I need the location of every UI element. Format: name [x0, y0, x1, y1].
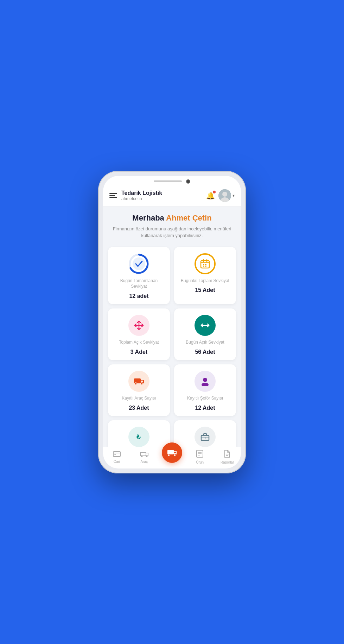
- nav-cari[interactable]: Cari: [107, 451, 126, 464]
- card-value-sofor-sayisi: 12 Adet: [195, 405, 215, 411]
- svg-rect-10: [205, 264, 206, 265]
- welcome-section: Merhaba Ahmet Çetin Firmanızın özet duru…: [108, 213, 236, 239]
- raporlar-icon: [224, 450, 230, 459]
- app-title: Tedarik Lojistik: [121, 190, 202, 196]
- card-icon-lira: ₺: [128, 427, 149, 447]
- svg-rect-12: [205, 266, 206, 267]
- card-value-bugun-tamamlanan: 12 adet: [129, 293, 148, 299]
- svg-point-38: [174, 454, 176, 456]
- svg-rect-27: [113, 452, 120, 457]
- svg-rect-11: [203, 266, 204, 267]
- svg-rect-9: [203, 264, 204, 265]
- notification-bell[interactable]: 🔔: [206, 191, 215, 200]
- card-bugun-tamamlanan[interactable]: Bugün Tamamlanan Sevkiyat 12 adet: [108, 247, 170, 305]
- urun-icon: [196, 450, 203, 459]
- header-title-block: Tedarik Lojistik ahmetcetin: [121, 190, 202, 201]
- nav-arac[interactable]: Araç: [134, 451, 154, 464]
- card-icon-calendar: [195, 253, 216, 274]
- arac-icon: [140, 451, 148, 459]
- nav-raporlar[interactable]: Raporlar: [218, 450, 237, 464]
- card-value-bugun-acik: 56 Adet: [195, 349, 215, 355]
- svg-rect-34: [167, 450, 174, 454]
- card-briefcase[interactable]: [174, 420, 236, 447]
- svg-point-1: [222, 192, 227, 197]
- svg-rect-36: [174, 452, 176, 453]
- welcome-description: Firmanızın özet durumunu aşağıdan incele…: [108, 225, 236, 239]
- card-label-bugunlu-toplam: Bugünkü Toplam Sevkiyat: [181, 278, 229, 284]
- cari-icon: [113, 451, 121, 459]
- svg-point-19: [135, 383, 137, 385]
- nav-urun[interactable]: Ürün: [190, 450, 210, 464]
- notch-pill: [154, 180, 182, 182]
- cards-grid-row1: Bugün Tamamlanan Sevkiyat 12 adet: [108, 247, 236, 305]
- card-arac-sayisi[interactable]: Kayıtlı Araç Sayısı 23 Adet: [108, 364, 170, 416]
- menu-button[interactable]: [109, 193, 117, 198]
- card-value-arac-sayisi: 23 Adet: [129, 405, 149, 411]
- notification-dot: [213, 191, 216, 193]
- svg-rect-30: [140, 452, 146, 456]
- cards-grid-row2: Toplam Açık Sevkiyat 3 Adet: [108, 308, 236, 360]
- card-label-bugun-acik: Bugün Açık Sevkiyat: [186, 339, 224, 345]
- svg-rect-29: [114, 454, 116, 455]
- card-sofor-sayisi[interactable]: Kayıtlı Şoför Sayısı 12 Adet: [174, 364, 236, 416]
- camera-icon: [186, 179, 190, 184]
- welcome-title: Merhaba Ahmet Çetin: [108, 213, 236, 223]
- card-icon-arrows: [195, 315, 216, 336]
- bottom-navigation: Cari Araç: [103, 447, 241, 468]
- svg-rect-18: [141, 381, 143, 382]
- nav-center-truck[interactable]: [162, 442, 182, 463]
- welcome-greeting-name: Ahmet Çetin: [166, 213, 212, 222]
- card-icon-briefcase: [195, 427, 216, 447]
- user-avatar-wrap[interactable]: ▾: [218, 189, 235, 202]
- main-content: Merhaba Ahmet Çetin Firmanızın özet duru…: [103, 206, 241, 447]
- svg-point-21: [203, 378, 207, 382]
- svg-point-37: [168, 454, 170, 456]
- card-bugun-acik[interactable]: Bugün Açık Sevkiyat 56 Adet: [174, 308, 236, 360]
- card-lira[interactable]: ₺: [108, 420, 170, 447]
- card-icon-check-circle: [128, 253, 149, 274]
- header-right: 🔔 ▾: [206, 189, 235, 202]
- card-icon-move: [128, 315, 149, 336]
- card-label-arac-sayisi: Kayıtlı Araç Sayısı: [122, 395, 156, 401]
- app-subtitle: ahmetcetin: [121, 196, 202, 201]
- card-icon-driver: [195, 371, 216, 392]
- svg-rect-16: [134, 378, 141, 383]
- card-label-sofor-sayisi: Kayıtlı Şoför Sayısı: [187, 395, 223, 401]
- notch-area: [103, 176, 241, 186]
- svg-text:₺: ₺: [136, 434, 141, 441]
- nav-arac-label: Araç: [140, 460, 148, 464]
- nav-raporlar-label: Raporlar: [221, 460, 234, 464]
- svg-point-4: [133, 257, 145, 270]
- card-value-bugunlu-toplam: 15 Adet: [195, 287, 215, 293]
- svg-point-20: [141, 383, 143, 385]
- phone-screen: Tedarik Lojistik ahmetcetin 🔔: [103, 176, 241, 468]
- cards-grid-row3: Kayıtlı Araç Sayısı 23 Adet Kayıtlı Şofö…: [108, 364, 236, 416]
- card-label-toplam-acik: Toplam Açık Sevkiyat: [119, 339, 159, 345]
- card-toplam-acik[interactable]: Toplam Açık Sevkiyat 3 Adet: [108, 308, 170, 360]
- nav-cari-label: Cari: [114, 460, 120, 464]
- card-bugunlu-toplam[interactable]: Bugünkü Toplam Sevkiyat 15 Adet: [174, 247, 236, 305]
- chevron-down-icon: ▾: [232, 193, 235, 198]
- nav-urun-label: Ürün: [196, 460, 204, 464]
- card-icon-truck: [128, 371, 149, 392]
- svg-point-22: [202, 383, 209, 386]
- welcome-greeting-static: Merhaba: [132, 213, 166, 222]
- phone-frame: Tedarik Lojistik ahmetcetin 🔔: [98, 171, 246, 473]
- avatar: [218, 189, 231, 202]
- card-value-toplam-acik: 3 Adet: [130, 349, 147, 355]
- card-label-bugun-tamamlanan: Bugün Tamamlanan Sevkiyat: [112, 278, 166, 290]
- app-header: Tedarik Lojistik ahmetcetin 🔔: [103, 186, 241, 206]
